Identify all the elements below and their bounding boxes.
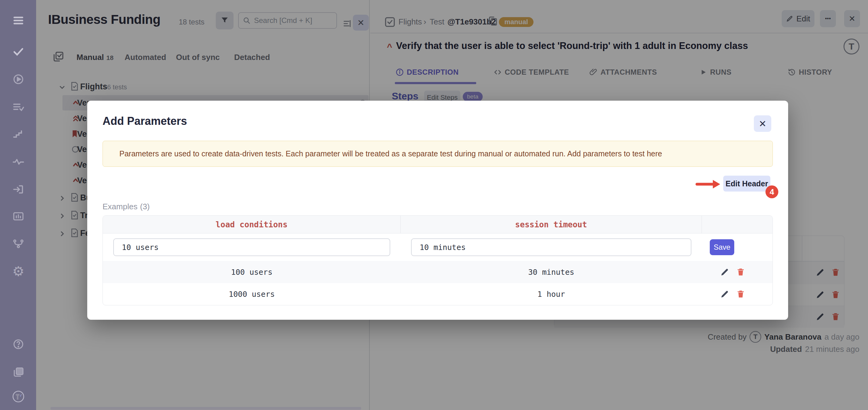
delete-row-button[interactable] — [736, 289, 745, 298]
testomat-logo-icon[interactable] — [11, 389, 25, 404]
param-cell: 30 minutes — [401, 261, 702, 283]
modal-close-button[interactable]: ✕ — [754, 115, 771, 132]
param-input-session-timeout[interactable] — [411, 238, 691, 256]
settings-gear-icon[interactable]: ⚙ — [11, 264, 25, 278]
parameters-table-header: load conditions session timeout — [103, 216, 773, 233]
examples-count: (3) — [140, 202, 150, 211]
column-header: load conditions — [103, 216, 401, 233]
modal-title: Add Parameters — [102, 115, 187, 128]
parameter-row: 100 users 30 minutes — [103, 261, 773, 283]
edit-header-button[interactable]: Edit Header — [723, 176, 770, 192]
annotation-arrow-icon — [695, 178, 726, 191]
screen: ⚙ IBusiness Funding 18 tests ✕ — [0, 0, 868, 410]
steps-icon[interactable] — [11, 127, 25, 141]
save-button[interactable]: Save — [710, 239, 734, 255]
sign-in-icon[interactable] — [11, 182, 25, 196]
param-input-load-conditions[interactable] — [113, 238, 390, 256]
parameter-row: 1000 users 1 hour — [103, 283, 773, 305]
activity-pulse-icon[interactable] — [11, 155, 25, 168]
horizontal-scrollbar[interactable] — [51, 407, 361, 410]
main-sidebar: ⚙ — [0, 0, 36, 410]
runs-play-circle-icon[interactable] — [11, 72, 25, 86]
files-icon[interactable] — [11, 365, 25, 379]
new-parameter-row: Save — [103, 233, 773, 261]
delete-row-button[interactable] — [736, 267, 745, 277]
info-banner: Parameters are used to create data-drive… — [102, 141, 773, 167]
param-cell: 100 users — [103, 261, 401, 283]
examples-heading: Examples (3) — [102, 201, 150, 212]
tests-check-icon[interactable] — [11, 44, 25, 58]
param-cell: 1 hour — [401, 283, 702, 305]
menu-icon[interactable] — [11, 13, 25, 28]
help-icon[interactable] — [11, 337, 25, 351]
add-parameters-modal: Add Parameters ✕ Parameters are used to … — [87, 101, 788, 320]
annotation-step-badge: 4 — [766, 185, 778, 198]
branch-icon[interactable] — [11, 236, 25, 251]
column-header-actions — [702, 216, 773, 233]
parameters-table: load conditions session timeout Save 100… — [102, 215, 773, 305]
checklist-icon[interactable] — [11, 100, 25, 114]
edit-row-button[interactable] — [720, 267, 730, 277]
param-cell: 1000 users — [103, 283, 401, 305]
info-banner-text: Parameters are used to create data-drive… — [119, 149, 662, 158]
column-header: session timeout — [401, 216, 702, 233]
analytics-icon[interactable] — [11, 209, 25, 223]
edit-row-button[interactable] — [720, 289, 730, 298]
